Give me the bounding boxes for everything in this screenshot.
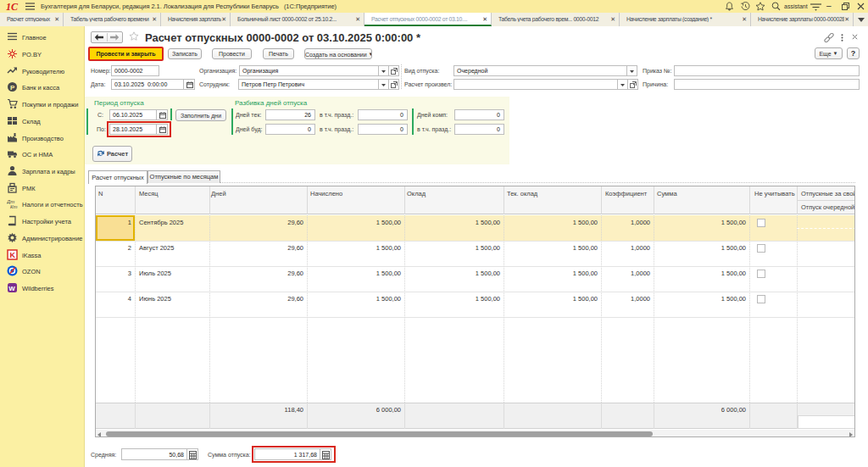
svg-text:Р: Р xyxy=(10,84,15,92)
svg-text:K: K xyxy=(10,251,16,259)
svg-text:1С: 1С xyxy=(6,2,19,11)
svg-text:W: W xyxy=(8,285,15,292)
svg-text:Кт: Кт xyxy=(10,204,18,209)
